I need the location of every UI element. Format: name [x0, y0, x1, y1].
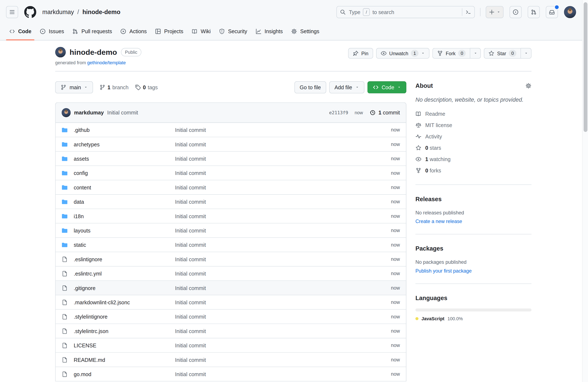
file-age-link[interactable]: now: [391, 213, 400, 219]
table-row[interactable]: .stylelintignore Initial commit now: [56, 310, 406, 324]
pin-button[interactable]: Pin: [348, 48, 373, 59]
file-name-link[interactable]: .markdownlint-cli2.jsonc: [74, 299, 169, 305]
file-age-link[interactable]: now: [391, 256, 400, 262]
branches-link[interactable]: 1 branch: [100, 84, 128, 90]
about-item[interactable]: 0 stars: [415, 144, 531, 152]
publish-package-link[interactable]: Publish your first package: [415, 268, 531, 274]
file-age-link[interactable]: now: [391, 371, 400, 377]
commit-history-link[interactable]: 1 commit: [370, 110, 400, 116]
file-commit-message-link[interactable]: Initial commit: [175, 227, 385, 233]
goto-file-button[interactable]: Go to file: [294, 81, 326, 93]
repo-nav-tab[interactable]: Actions: [117, 28, 150, 40]
about-item[interactable]: Activity: [415, 132, 531, 141]
create-new-button[interactable]: [486, 6, 504, 18]
file-name-link[interactable]: assets: [74, 156, 169, 162]
commit-sha-link[interactable]: e2113f9: [329, 110, 348, 115]
page-scrollbar[interactable]: [582, 0, 588, 382]
command-palette-button[interactable]: [462, 8, 471, 16]
file-name-link[interactable]: LICENSE: [74, 342, 169, 348]
file-name-link[interactable]: content: [74, 184, 169, 191]
file-commit-message-link[interactable]: Initial commit: [175, 256, 385, 262]
file-commit-message-link[interactable]: Initial commit: [175, 213, 385, 219]
table-row[interactable]: README.md Initial commit now: [56, 353, 406, 367]
table-row[interactable]: .eslintrc.yml Initial commit now: [56, 267, 406, 281]
create-release-link[interactable]: Create a new release: [415, 218, 531, 224]
file-commit-message-link[interactable]: Initial commit: [175, 156, 385, 162]
star-dropdown-button[interactable]: [521, 48, 531, 59]
file-age-link[interactable]: now: [391, 156, 400, 162]
file-name-link[interactable]: layouts: [74, 227, 169, 233]
file-name-link[interactable]: go.mod: [74, 371, 169, 377]
file-age-link[interactable]: now: [391, 141, 400, 147]
file-age-link[interactable]: now: [391, 184, 400, 190]
template-link[interactable]: gethinode/template: [87, 60, 126, 65]
file-name-link[interactable]: static: [74, 242, 169, 248]
file-commit-message-link[interactable]: Initial commit: [175, 371, 385, 377]
breadcrumb-repo-link[interactable]: hinode-demo: [82, 9, 120, 15]
repo-nav-tab[interactable]: Issues: [37, 28, 67, 40]
commit-author-avatar[interactable]: [62, 108, 71, 117]
table-row[interactable]: i18n Initial commit now: [56, 209, 406, 223]
table-row[interactable]: .github Initial commit now: [56, 123, 406, 137]
repo-nav-tab[interactable]: Settings: [288, 28, 322, 40]
hamburger-menu-button[interactable]: [6, 6, 18, 18]
github-logo[interactable]: [24, 6, 36, 18]
table-row[interactable]: layouts Initial commit now: [56, 223, 406, 238]
table-row[interactable]: .eslintignore Initial commit now: [56, 252, 406, 267]
file-name-link[interactable]: .eslintrc.yml: [74, 271, 169, 276]
file-age-link[interactable]: now: [391, 127, 400, 133]
file-name-link[interactable]: .github: [74, 127, 169, 133]
file-name-link[interactable]: .gitignore: [74, 285, 169, 291]
file-name-link[interactable]: config: [74, 170, 169, 176]
file-age-link[interactable]: now: [391, 271, 400, 276]
file-name-link[interactable]: data: [74, 199, 169, 205]
file-commit-message-link[interactable]: Initial commit: [175, 299, 385, 305]
repo-nav-tab[interactable]: Security: [216, 28, 250, 40]
file-commit-message-link[interactable]: Initial commit: [175, 271, 385, 276]
file-commit-message-link[interactable]: Initial commit: [175, 357, 385, 363]
edit-repo-details-button[interactable]: [525, 83, 531, 89]
repo-nav-tab[interactable]: Code: [6, 28, 34, 40]
file-commit-message-link[interactable]: Initial commit: [175, 199, 385, 205]
repo-nav-tab[interactable]: Pull requests: [69, 28, 115, 40]
unwatch-button[interactable]: Unwatch 1: [376, 48, 429, 59]
table-row[interactable]: config Initial commit now: [56, 166, 406, 180]
file-age-link[interactable]: now: [391, 299, 400, 305]
file-age-link[interactable]: now: [391, 285, 400, 291]
table-row[interactable]: .markdownlint-cli2.jsonc Initial commit …: [56, 295, 406, 310]
table-row[interactable]: assets Initial commit now: [56, 152, 406, 166]
branch-selector[interactable]: main: [55, 81, 93, 93]
file-age-link[interactable]: now: [391, 342, 400, 348]
file-age-link[interactable]: now: [391, 328, 400, 334]
page-title[interactable]: hinode-demo: [69, 48, 117, 57]
tags-link[interactable]: 0 tags: [135, 84, 158, 90]
table-row[interactable]: data Initial commit now: [56, 195, 406, 209]
file-name-link[interactable]: README.md: [74, 357, 169, 363]
commit-time[interactable]: now: [355, 110, 363, 115]
repo-nav-tab[interactable]: Projects: [152, 28, 186, 40]
file-commit-message-link[interactable]: Initial commit: [175, 184, 385, 191]
about-item[interactable]: MIT license: [415, 121, 531, 129]
fork-dropdown-button[interactable]: [470, 48, 481, 59]
file-commit-message-link[interactable]: Initial commit: [175, 328, 385, 334]
language-legend-item[interactable]: JavaScript 100.0%: [415, 316, 531, 321]
table-row[interactable]: go.mod Initial commit now: [56, 367, 406, 381]
file-name-link[interactable]: archetypes: [74, 141, 169, 147]
table-row[interactable]: LICENSE Initial commit now: [56, 338, 406, 353]
search-input[interactable]: Type / to search: [336, 6, 475, 18]
issues-dashboard-button[interactable]: [509, 6, 522, 18]
repo-nav-tab[interactable]: Insights: [252, 28, 286, 40]
scrollbar-thumb[interactable]: [584, 2, 587, 132]
table-row[interactable]: archetypes Initial commit now: [56, 137, 406, 151]
breadcrumb-owner-link[interactable]: markdumay: [42, 9, 74, 15]
file-name-link[interactable]: .stylelintrc.json: [74, 328, 169, 334]
repo-nav-tab[interactable]: Wiki: [189, 28, 214, 40]
table-row[interactable]: .stylelintrc.json Initial commit now: [56, 324, 406, 338]
star-button[interactable]: Star 0: [484, 48, 520, 59]
fork-button[interactable]: Fork 0: [432, 48, 470, 59]
file-name-link[interactable]: .eslintignore: [74, 256, 169, 262]
file-name-link[interactable]: .stylelintignore: [74, 314, 169, 320]
user-avatar[interactable]: [564, 6, 576, 18]
file-age-link[interactable]: now: [391, 199, 400, 205]
file-commit-message-link[interactable]: Initial commit: [175, 170, 385, 176]
